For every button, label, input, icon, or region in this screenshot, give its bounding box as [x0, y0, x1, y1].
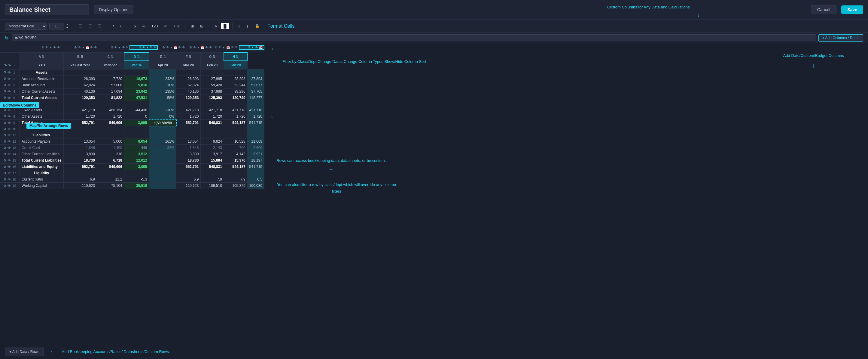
row-gear-14[interactable]: ⚙ — [3, 152, 6, 156]
cell-r10-c7[interactable] — [247, 126, 264, 132]
col-b-filter[interactable]: ▼ — [82, 46, 85, 49]
row-eye-12[interactable]: 👁 — [7, 140, 11, 143]
cell-r16-c3[interactable] — [149, 164, 176, 170]
row-gear-19[interactable]: ⚙ — [3, 184, 6, 188]
cell-r6-c6[interactable] — [224, 101, 247, 107]
cell-r9-c7[interactable]: 541,715 — [247, 120, 264, 126]
cell-r14-c3[interactable] — [149, 151, 176, 157]
col-a-eye2[interactable]: 👁 — [53, 46, 56, 49]
cell-r1-c5[interactable] — [201, 69, 224, 76]
percent-btn[interactable]: % — [140, 23, 147, 29]
underline-btn[interactable]: U — [118, 23, 124, 29]
font-family-select[interactable]: Montserrat Bold — [5, 23, 47, 30]
cell-r14-c6[interactable]: 4,142 — [224, 151, 247, 157]
cell-r15-c1[interactable]: 6,718 — [97, 157, 124, 164]
col-c-eye[interactable]: 👁 — [114, 46, 117, 49]
cell-r9-c6[interactable]: 544,187 — [224, 120, 247, 126]
cell-r12-c2[interactable]: 8,054 — [124, 138, 149, 145]
cell-r16-c2[interactable]: 3,095 — [124, 164, 149, 170]
cell-r2-c2[interactable]: 18,673 — [124, 76, 149, 82]
cell-r6-c7[interactable] — [247, 101, 264, 107]
col-b-eye2[interactable]: 👁 — [90, 46, 93, 49]
font-size-down[interactable]: ▼ — [65, 26, 69, 29]
row-gear-7[interactable]: ⚙ — [3, 108, 6, 112]
cell-r6-c0[interactable] — [63, 101, 97, 107]
row-eye-13[interactable]: 👁 — [7, 146, 11, 149]
col-e-eye3[interactable]: 👁 — [182, 46, 185, 49]
cell-r17-c6[interactable] — [224, 170, 247, 176]
cell-r17-c3[interactable] — [149, 170, 176, 176]
col-f-cal[interactable]: 📅 — [201, 46, 204, 49]
cell-r1-c3[interactable] — [149, 69, 176, 76]
col-b-eye3[interactable]: 👁 — [94, 46, 97, 49]
cell-r17-c2[interactable] — [124, 170, 149, 176]
cell-r11-c1[interactable] — [97, 132, 124, 138]
col-f-eye2[interactable]: 👁 — [205, 46, 208, 49]
display-options-button[interactable]: Display Options — [94, 5, 133, 14]
cell-r2-c5[interactable]: 27,985 — [201, 76, 224, 82]
cell-r11-c7[interactable] — [247, 132, 264, 138]
cell-r3-c1[interactable]: 57,008 — [97, 82, 124, 88]
row-gear-11[interactable]: ⚙ — [3, 133, 6, 137]
cell-r3-c3[interactable]: 10% — [149, 82, 176, 88]
cell-r18-c2[interactable]: -5.3 — [124, 176, 149, 183]
fill-color-btn[interactable]: █ — [221, 23, 229, 29]
cell-r8-c5[interactable]: 1,720 — [201, 113, 224, 120]
cell-r19-c5[interactable]: 109,510 — [201, 183, 224, 189]
cell-r1-c2[interactable] — [124, 69, 149, 76]
row-gear-3[interactable]: ⚙ — [3, 83, 6, 87]
cell-r8-c6[interactable]: 1,720 — [224, 113, 247, 120]
row-eye-1[interactable]: 👁 — [7, 71, 11, 74]
cell-r13-c6[interactable]: 700 — [224, 145, 247, 151]
cell-r13-c5[interactable]: 2,143 — [201, 145, 224, 151]
grid2-btn[interactable]: ⊞ — [198, 23, 205, 29]
sum-btn[interactable]: Σ — [237, 23, 243, 29]
cell-r14-c4[interactable]: 3,830 — [176, 151, 201, 157]
align-center-btn[interactable]: ☰ — [87, 23, 94, 29]
cell-r11-c2[interactable] — [124, 132, 149, 138]
cell-r16-c0[interactable]: 552,791 — [63, 164, 97, 170]
cell-r10-c1[interactable] — [97, 126, 124, 132]
cell-r18-c5[interactable]: 7.9 — [201, 176, 224, 183]
col-e-cal[interactable]: 📅 — [174, 46, 177, 49]
row-gear-15[interactable]: ⚙ — [3, 159, 6, 163]
cell-r12-c3[interactable]: 161% — [149, 138, 176, 145]
cell-r19-c4[interactable]: 110,623 — [176, 183, 201, 189]
cell-r15-c7[interactable]: 18,197 — [247, 157, 264, 164]
cell-r1-c7[interactable] — [247, 69, 264, 76]
row-gear-9[interactable]: ⚙ — [3, 121, 6, 125]
cell-r11-c3[interactable] — [149, 132, 176, 138]
cell-r10-c6[interactable] — [224, 126, 247, 132]
cell-r9-c5[interactable]: 548,831 — [201, 120, 224, 126]
font-size-up[interactable]: ▲ — [65, 23, 69, 26]
cell-r18-c3[interactable] — [149, 176, 176, 183]
cell-r19-c6[interactable]: 105,379 — [224, 183, 247, 189]
cell-r14-c1[interactable]: 318 — [97, 151, 124, 157]
cell-r5-c0[interactable]: 129,353 — [63, 94, 97, 101]
cell-r15-c3[interactable] — [149, 157, 176, 164]
cell-r15-c6[interactable]: 15,370 — [224, 157, 247, 164]
cell-r3-c5[interactable]: 59,420 — [201, 82, 224, 88]
col-g-filter[interactable]: ▼ — [222, 46, 225, 49]
cell-r5-c4[interactable]: 129,353 — [176, 94, 201, 101]
col-c-gear[interactable]: ⚙ — [111, 46, 113, 49]
row-gear-12[interactable]: ⚙ — [3, 140, 6, 143]
cell-r19-c0[interactable]: 110,623 — [63, 183, 97, 189]
grid-btn[interactable]: ⊞ — [189, 23, 196, 29]
row-eye-7[interactable]: 👁 — [7, 108, 11, 112]
cell-r11-c4[interactable] — [176, 132, 201, 138]
font-color-btn[interactable]: A — [213, 23, 219, 29]
cell-r2-c6[interactable]: 28,208 — [224, 76, 247, 82]
cell-r15-c5[interactable]: 15,884 — [201, 157, 224, 164]
cell-r16-c6[interactable]: 544,187 — [224, 164, 247, 170]
align-right-btn[interactable]: ☰ — [96, 23, 103, 29]
cell-r13-c4[interactable]: 1,846 — [176, 145, 201, 151]
cell-r14-c7[interactable]: 3,921 — [247, 151, 264, 157]
col-g-eye[interactable]: 👁 — [218, 46, 221, 49]
cell-r4-c3[interactable]: 135% — [149, 88, 176, 94]
cell-r5-c5[interactable]: 125,393 — [201, 94, 224, 101]
col-b-gear[interactable]: ⚙ — [74, 46, 77, 49]
cell-r7-c5[interactable]: 421,718 — [201, 107, 224, 113]
number-btn[interactable]: 123 — [150, 23, 160, 29]
row-gear-1[interactable]: ⚙ — [3, 71, 6, 74]
